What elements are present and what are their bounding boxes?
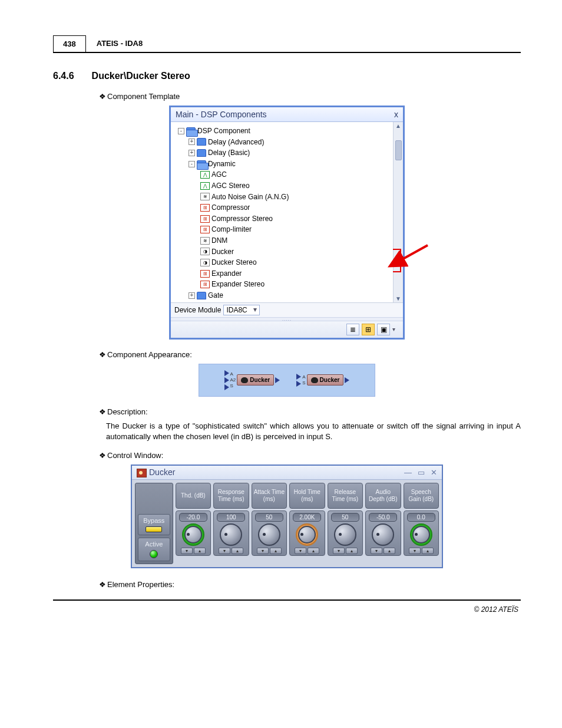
param-value[interactable]: 100 bbox=[217, 513, 245, 522]
active-cell: Active bbox=[138, 538, 170, 561]
section-title: Ducker\Ducker Stereo bbox=[92, 71, 190, 81]
tree-node-compressor-stereo[interactable]: ⊞Compressor Stereo bbox=[174, 213, 391, 225]
tree-node-ducker[interactable]: ◑Ducker bbox=[174, 246, 391, 258]
param-value[interactable]: 0.0 bbox=[407, 513, 435, 522]
spin-down-icon[interactable]: ▾ bbox=[333, 548, 345, 554]
spin-down-icon[interactable]: ▾ bbox=[257, 548, 269, 554]
knob[interactable] bbox=[182, 523, 204, 546]
spin-down-icon[interactable]: ▾ bbox=[371, 548, 382, 554]
tree-node-comp-limiter[interactable]: ⊞Comp-limiter bbox=[174, 224, 391, 235]
spin-up-icon[interactable]: ▴ bbox=[384, 548, 395, 554]
toolbar-list-icon[interactable]: ≣ bbox=[346, 324, 359, 335]
spin-up-icon[interactable]: ▴ bbox=[270, 548, 282, 554]
control-titlebar: Ducker — ▭ ✕ bbox=[132, 466, 442, 480]
ducker-icon bbox=[241, 377, 248, 383]
component-icon: ⋀ bbox=[200, 182, 210, 190]
spin-up-icon[interactable]: ▴ bbox=[422, 548, 434, 554]
control-window: Ducker — ▭ ✕ Bypass Active Thd. (dB bbox=[131, 465, 443, 568]
tree-node-compressor[interactable]: ⊞Compressor bbox=[174, 202, 391, 213]
spin-up-icon[interactable]: ▴ bbox=[194, 548, 206, 554]
knob[interactable] bbox=[334, 523, 356, 546]
tree-toolbar: ≣ ⊞ ▣ ▾ bbox=[171, 321, 403, 338]
knob[interactable] bbox=[296, 523, 318, 546]
minimize-icon[interactable]: — bbox=[404, 468, 412, 477]
spin-up-icon[interactable]: ▴ bbox=[346, 548, 358, 554]
param-header: Audio Depth (dB) bbox=[365, 483, 401, 509]
toolbar-grid-icon[interactable]: ⊞ bbox=[362, 324, 375, 335]
bullet-template: Component Template bbox=[99, 92, 521, 101]
component-icon: ≋ bbox=[200, 237, 210, 245]
port-labels: A S bbox=[302, 375, 305, 386]
spin-up-icon[interactable]: ▴ bbox=[308, 548, 319, 554]
param-value[interactable]: -20.0 bbox=[179, 513, 207, 522]
tree-node-ducker-stereo[interactable]: ◑Ducker Stereo bbox=[174, 257, 391, 268]
bypass-led-icon bbox=[146, 526, 162, 532]
folder-open-icon bbox=[186, 127, 196, 135]
arrow-icon bbox=[395, 244, 431, 268]
tree-node-expander[interactable]: ⊞Expander bbox=[174, 268, 391, 279]
param-speech-gain: Speech Gain (dB) 0.0 ▾▴ bbox=[404, 483, 439, 564]
tree-scrollbar[interactable]: ▲ ▼ bbox=[393, 122, 403, 302]
scroll-up-icon[interactable]: ▲ bbox=[395, 122, 402, 130]
tree-content: -DSP Component +Delay (Advanced) +Delay … bbox=[171, 122, 393, 302]
input-ports bbox=[296, 374, 301, 387]
spin-down-icon[interactable]: ▾ bbox=[181, 548, 193, 554]
tree-node-root[interactable]: -DSP Component bbox=[174, 126, 391, 137]
close-icon[interactable]: ✕ bbox=[431, 468, 437, 477]
scroll-down-icon[interactable]: ▼ bbox=[395, 295, 402, 302]
param-header: Thd. (dB) bbox=[176, 483, 211, 509]
component-icon: ⊞ bbox=[200, 281, 210, 288]
param-header: Attack Time (ms) bbox=[252, 483, 287, 509]
tree-node-delay-basic[interactable]: +Delay (Basic) bbox=[174, 147, 391, 159]
spin-down-icon[interactable]: ▾ bbox=[409, 548, 421, 554]
scroll-thumb[interactable] bbox=[395, 140, 402, 160]
knob[interactable] bbox=[220, 523, 242, 546]
tree-close-icon[interactable]: x bbox=[394, 110, 398, 119]
knob[interactable] bbox=[258, 523, 280, 546]
param-audio-depth: Audio Depth (dB) -50.0 ▾▴ bbox=[365, 483, 401, 564]
tree-node-agc-stereo[interactable]: ⋀AGC Stereo bbox=[174, 180, 391, 192]
folder-icon bbox=[197, 149, 206, 157]
device-module-label: Device Module bbox=[174, 306, 221, 314]
tree-titlebar: Main - DSP Components x bbox=[171, 107, 403, 122]
component-icon: ⋀ bbox=[200, 171, 210, 179]
bypass-cell[interactable]: Bypass bbox=[138, 514, 170, 535]
active-led-icon bbox=[150, 550, 158, 558]
tree-node-expander-stereo[interactable]: ⊞Expander Stereo bbox=[174, 279, 391, 290]
component-icon: ⊞ bbox=[200, 270, 210, 278]
toolbar-dropdown-icon[interactable]: ▾ bbox=[392, 326, 399, 332]
device-module-dropdown[interactable]: IDA8C bbox=[223, 305, 259, 315]
folder-open-icon bbox=[197, 160, 206, 168]
tree-node-dnm[interactable]: ≋DNM bbox=[174, 235, 391, 246]
knob[interactable] bbox=[410, 523, 432, 546]
component-icon: ≋ bbox=[200, 193, 210, 200]
param-release: Release Time (ms) 50 ▾▴ bbox=[328, 483, 363, 564]
bullet-element-properties: Element Properties: bbox=[99, 580, 521, 589]
param-value[interactable]: 2.00K bbox=[293, 513, 321, 522]
knob[interactable] bbox=[372, 523, 394, 546]
maximize-icon[interactable]: ▭ bbox=[418, 468, 425, 477]
tree-node-delay-advanced[interactable]: +Delay (Advanced) bbox=[174, 137, 391, 148]
tree-node-gate[interactable]: +Gate bbox=[174, 290, 391, 301]
bullet-description: Description: bbox=[99, 407, 521, 416]
toolbar-window-icon[interactable]: ▣ bbox=[377, 324, 390, 335]
control-title: Ducker bbox=[149, 467, 175, 477]
appearance-block-2[interactable]: A S Ducker bbox=[296, 374, 349, 387]
section-heading: 6.4.6 Ducker\Ducker Stereo bbox=[53, 71, 521, 81]
svg-line-1 bbox=[400, 245, 428, 261]
tree-node-dynamic[interactable]: -Dynamic bbox=[174, 159, 391, 170]
spin-down-icon[interactable]: ▾ bbox=[219, 548, 230, 554]
folder-icon bbox=[197, 138, 206, 146]
spin-up-icon[interactable]: ▴ bbox=[232, 548, 243, 554]
ducker-icon: ◑ bbox=[200, 259, 210, 266]
tree-node-ang[interactable]: ≋Auto Noise Gain (A.N.G) bbox=[174, 192, 391, 203]
tree-node-agc[interactable]: ⋀AGC bbox=[174, 169, 391, 180]
folder-icon bbox=[197, 292, 206, 299]
appearance-block-1[interactable]: A A2 S Ducker bbox=[224, 370, 280, 390]
param-value[interactable]: -50.0 bbox=[369, 513, 397, 522]
param-header: Speech Gain (dB) bbox=[404, 483, 439, 509]
spin-down-icon[interactable]: ▾ bbox=[295, 548, 306, 554]
component-icon: ⊞ bbox=[200, 226, 210, 233]
param-value[interactable]: 50 bbox=[255, 513, 283, 522]
param-value[interactable]: 50 bbox=[331, 513, 359, 522]
